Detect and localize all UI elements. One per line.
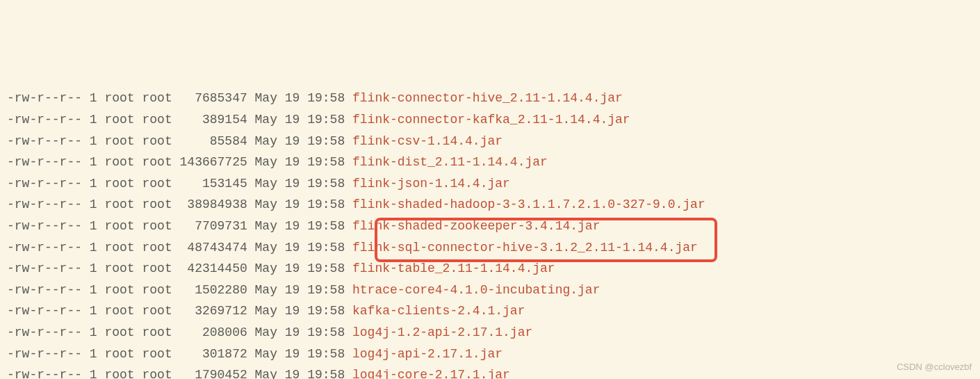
group: root	[142, 347, 172, 361]
link-count: 1	[90, 219, 97, 233]
date-modified: May 19 19:58	[255, 177, 345, 191]
group: root	[142, 241, 172, 255]
group: root	[142, 325, 172, 339]
file-entry: -rw-r--r-- 1 root root 3269712 May 19 19…	[7, 300, 973, 322]
permissions: -rw-r--r--	[7, 283, 82, 297]
file-size: 7709731	[180, 219, 247, 233]
file-size: 1790452	[180, 368, 247, 379]
group: root	[142, 134, 172, 148]
file-entry: -rw-r--r-- 1 root root 7709731 May 19 19…	[7, 216, 973, 237]
file-entry: -rw-r--r-- 1 root root 1790452 May 19 19…	[7, 364, 973, 379]
owner: root	[104, 325, 134, 339]
date-modified: May 19 19:58	[255, 155, 345, 169]
date-modified: May 19 19:58	[255, 91, 345, 105]
filename: kafka-clients-2.4.1.jar	[352, 304, 525, 318]
filename: flink-csv-1.14.4.jar	[352, 134, 503, 148]
filename: log4j-1.2-api-2.17.1.jar	[352, 325, 532, 339]
owner: root	[104, 177, 134, 191]
filename: log4j-core-2.17.1.jar	[352, 368, 510, 379]
group: root	[142, 283, 172, 297]
filename: flink-shaded-hadoop-3-3.1.1.7.2.1.0-327-…	[352, 197, 705, 211]
file-entry: -rw-r--r-- 1 root root 389154 May 19 19:…	[7, 109, 973, 131]
file-entry: -rw-r--r-- 1 root root 42314450 May 19 1…	[7, 258, 973, 280]
date-modified: May 19 19:58	[255, 134, 345, 148]
file-entry: -rw-r--r-- 1 root root 1502280 May 19 19…	[7, 280, 973, 301]
file-listing: -rw-r--r-- 1 root root 7685347 May 19 19…	[7, 88, 973, 379]
group: root	[142, 155, 172, 169]
owner: root	[104, 91, 134, 105]
permissions: -rw-r--r--	[7, 347, 82, 361]
permissions: -rw-r--r--	[7, 241, 82, 255]
permissions: -rw-r--r--	[7, 219, 82, 233]
permissions: -rw-r--r--	[7, 113, 82, 127]
link-count: 1	[90, 134, 97, 148]
permissions: -rw-r--r--	[7, 91, 82, 105]
link-count: 1	[90, 197, 97, 211]
date-modified: May 19 19:58	[255, 113, 345, 127]
group: root	[142, 219, 172, 233]
link-count: 1	[90, 347, 97, 361]
link-count: 1	[90, 113, 97, 127]
file-size: 143667725	[180, 155, 247, 169]
file-entry: -rw-r--r-- 1 root root 85584 May 19 19:5…	[7, 131, 973, 152]
permissions: -rw-r--r--	[7, 197, 82, 211]
filename: flink-connector-hive_2.11-1.14.4.jar	[352, 91, 623, 105]
owner: root	[104, 219, 134, 233]
file-size: 153145	[180, 177, 247, 191]
link-count: 1	[90, 283, 97, 297]
file-entry: -rw-r--r-- 1 root root 208006 May 19 19:…	[7, 322, 973, 344]
file-entry: -rw-r--r-- 1 root root 38984938 May 19 1…	[7, 194, 973, 216]
group: root	[142, 91, 172, 105]
link-count: 1	[90, 155, 97, 169]
link-count: 1	[90, 325, 97, 339]
filename: flink-sql-connector-hive-3.1.2_2.11-1.14…	[352, 241, 698, 255]
owner: root	[104, 155, 134, 169]
owner: root	[104, 197, 134, 211]
file-entry: -rw-r--r-- 1 root root 153145 May 19 19:…	[7, 173, 973, 195]
group: root	[142, 197, 172, 211]
watermark-text: CSDN @cclovezbf	[897, 360, 972, 375]
filename: flink-connector-kafka_2.11-1.14.4.jar	[352, 113, 630, 127]
file-size: 48743474	[180, 241, 247, 255]
link-count: 1	[90, 261, 97, 275]
owner: root	[104, 347, 134, 361]
date-modified: May 19 19:58	[255, 347, 345, 361]
link-count: 1	[90, 368, 97, 379]
date-modified: May 19 19:58	[255, 219, 345, 233]
permissions: -rw-r--r--	[7, 325, 82, 339]
date-modified: May 19 19:58	[255, 197, 345, 211]
date-modified: May 19 19:58	[255, 261, 345, 275]
link-count: 1	[90, 241, 97, 255]
group: root	[142, 177, 172, 191]
file-size: 85584	[180, 134, 247, 148]
filename: flink-shaded-zookeeper-3.4.14.jar	[352, 219, 600, 233]
filename: log4j-api-2.17.1.jar	[352, 347, 503, 361]
link-count: 1	[90, 177, 97, 191]
permissions: -rw-r--r--	[7, 177, 82, 191]
permissions: -rw-r--r--	[7, 304, 82, 318]
file-entry: -rw-r--r-- 1 root root 7685347 May 19 19…	[7, 88, 973, 109]
file-entry: -rw-r--r-- 1 root root 143667725 May 19 …	[7, 152, 973, 173]
owner: root	[104, 368, 134, 379]
owner: root	[104, 241, 134, 255]
group: root	[142, 368, 172, 379]
group: root	[142, 304, 172, 318]
date-modified: May 19 19:58	[255, 368, 345, 379]
filename: htrace-core4-4.1.0-incubating.jar	[352, 283, 600, 297]
file-size: 7685347	[180, 91, 247, 105]
file-entry: -rw-r--r-- 1 root root 48743474 May 19 1…	[7, 237, 973, 259]
group: root	[142, 261, 172, 275]
date-modified: May 19 19:58	[255, 241, 345, 255]
file-size: 389154	[180, 113, 247, 127]
owner: root	[104, 113, 134, 127]
file-entry: -rw-r--r-- 1 root root 301872 May 19 19:…	[7, 344, 973, 365]
date-modified: May 19 19:58	[255, 325, 345, 339]
file-size: 3269712	[180, 304, 247, 318]
permissions: -rw-r--r--	[7, 155, 82, 169]
filename: flink-table_2.11-1.14.4.jar	[352, 261, 555, 275]
owner: root	[104, 261, 134, 275]
file-size: 42314450	[180, 261, 247, 275]
owner: root	[104, 283, 134, 297]
link-count: 1	[90, 91, 97, 105]
link-count: 1	[90, 304, 97, 318]
